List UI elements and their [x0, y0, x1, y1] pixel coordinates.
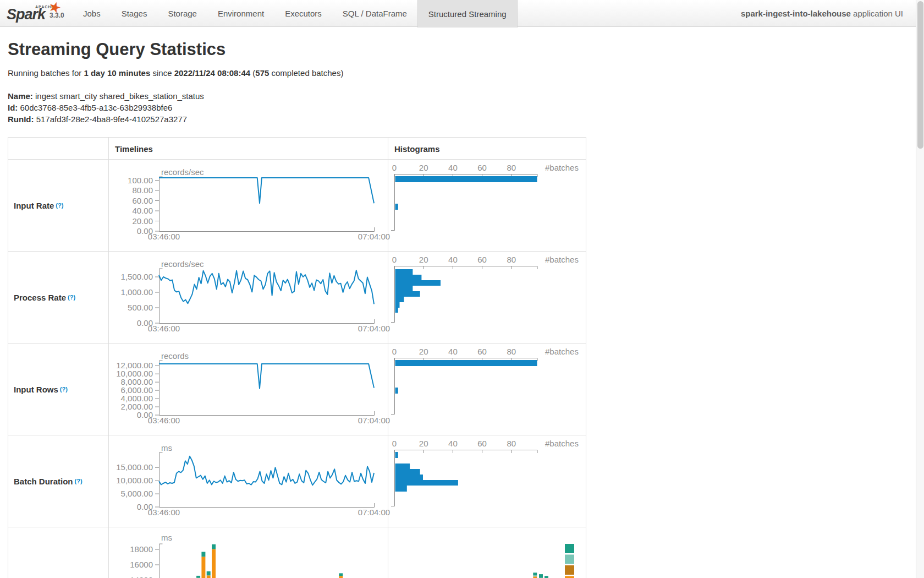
top-navbar: APACHE Spark ★ 3.3.0 Jobs Stages Storage… [0, 0, 924, 27]
svg-text:#batches: #batches [545, 439, 579, 448]
id-value: 60dc3768-85e3-4fb5-a13c-63b29938bfe6 [18, 103, 172, 112]
svg-text:60: 60 [477, 347, 487, 356]
legend-swatch-teal [565, 544, 574, 553]
svg-text:03:46:00: 03:46:00 [148, 232, 180, 241]
query-runid-line: RunId: 517afd3f-28e2-4ba8-9fe4-4102527a3… [8, 113, 204, 125]
nav-tabs: Jobs Stages Storage Environment Executor… [73, 0, 518, 26]
name-label: Name: [8, 91, 33, 101]
tab-executors[interactable]: Executors [274, 0, 332, 26]
completed-batches-count: 575 [255, 68, 269, 78]
svg-text:20: 20 [419, 439, 428, 448]
svg-text:ms: ms [161, 443, 172, 452]
input-rate-charts: records/sec100.0080.0060.0040.0020.000.0… [8, 160, 586, 252]
tab-environment[interactable]: Environment [207, 0, 274, 26]
running-text: completed batches) [269, 68, 343, 78]
svg-text:07:04:00: 07:04:00 [358, 508, 390, 517]
running-since: 2022/11/24 08:08:44 [174, 68, 250, 78]
batch-duration-row: Batch Duration(?) ms15,000.0010,000.005,… [8, 435, 586, 527]
id-label: Id: [8, 103, 18, 112]
tab-structured-streaming[interactable]: Structured Streaming [417, 0, 518, 28]
scrollbar-thumb[interactable] [917, 1, 923, 149]
page-title: Streaming Query Statistics [8, 40, 226, 59]
running-duration: 1 day 10 minutes [84, 68, 150, 78]
svg-text:0: 0 [392, 163, 397, 172]
svg-text:80: 80 [507, 439, 516, 448]
spark-logo[interactable]: APACHE Spark ★ 3.3.0 [0, 0, 73, 26]
svg-text:03:46:00: 03:46:00 [148, 324, 180, 333]
input-rows-row: Input Rows(?) records12,000.0010,000.008… [8, 343, 586, 435]
svg-text:60: 60 [477, 255, 487, 264]
runid-label: RunId: [8, 114, 34, 124]
running-text: Running batches for [8, 68, 84, 78]
svg-text:40: 40 [448, 347, 458, 356]
svg-text:records: records [161, 351, 189, 361]
tab-sql-dataframe[interactable]: SQL / DataFrame [332, 0, 417, 26]
running-text: ( [250, 68, 255, 78]
svg-text:500.00: 500.00 [128, 303, 153, 312]
svg-text:#batches: #batches [545, 163, 579, 172]
svg-text:#batches: #batches [545, 347, 579, 356]
svg-text:#batches: #batches [545, 255, 579, 264]
legend-swatch-seafoam [565, 555, 574, 564]
svg-text:03:46:00: 03:46:00 [148, 416, 180, 425]
operation-duration-row: ms180001600014000 [8, 527, 586, 578]
app-title: spark-ingest-into-lakehouse application … [741, 0, 924, 26]
svg-text:20: 20 [419, 163, 428, 172]
svg-text:80: 80 [507, 347, 516, 356]
legend-swatch-orange [565, 576, 574, 578]
tab-jobs[interactable]: Jobs [73, 0, 111, 26]
svg-text:60: 60 [477, 163, 487, 172]
histograms-header: Histograms [394, 138, 440, 160]
spark-ui-page: APACHE Spark ★ 3.3.0 Jobs Stages Storage… [0, 0, 924, 578]
svg-text:16000: 16000 [130, 560, 153, 569]
svg-text:records/sec: records/sec [161, 259, 204, 269]
svg-text:1,000.00: 1,000.00 [121, 287, 153, 297]
query-name-line: Name: ingest smart_city shared_bikes_sta… [8, 90, 204, 102]
svg-text:80.00: 80.00 [132, 186, 153, 195]
operation-duration-charts: ms180001600014000 [8, 527, 586, 578]
svg-text:40.00: 40.00 [132, 206, 153, 215]
svg-text:100.00: 100.00 [128, 176, 153, 185]
timelines-header: Timelines [115, 138, 153, 160]
svg-text:records/sec: records/sec [161, 167, 204, 177]
svg-text:15,000.00: 15,000.00 [116, 462, 153, 472]
app-title-suffix: application UI [851, 9, 903, 18]
svg-text:40: 40 [448, 255, 458, 264]
statistics-table: Timelines Histograms Input Rate(?) recor… [8, 137, 586, 578]
svg-text:10,000.00: 10,000.00 [116, 476, 153, 485]
svg-text:40: 40 [448, 163, 458, 172]
table-header-row: Timelines Histograms [8, 138, 586, 160]
svg-text:20: 20 [419, 347, 428, 356]
svg-text:60.00: 60.00 [132, 196, 153, 205]
process-rate-charts: records/sec1,500.001,000.00500.000.0003:… [8, 252, 586, 343]
input-rate-row: Input Rate(?) records/sec100.0080.0060.0… [8, 160, 586, 252]
name-value: ingest smart_city shared_bikes_station_s… [33, 91, 204, 101]
svg-text:18000: 18000 [130, 544, 153, 554]
app-name: spark-ingest-into-lakehouse [741, 9, 851, 18]
svg-text:07:04:00: 07:04:00 [358, 232, 390, 241]
input-rows-charts: records12,000.0010,000.008,000.006,000.0… [8, 343, 586, 435]
tab-storage[interactable]: Storage [157, 0, 207, 26]
svg-text:20: 20 [419, 255, 428, 264]
svg-text:03:46:00: 03:46:00 [148, 508, 180, 517]
svg-text:40: 40 [448, 439, 458, 448]
process-rate-row: Process Rate(?) records/sec1,500.001,000… [8, 252, 586, 343]
svg-text:20.00: 20.00 [132, 216, 153, 226]
svg-text:14000: 14000 [130, 575, 153, 578]
vertical-scrollbar[interactable] [916, 0, 924, 578]
svg-text:0: 0 [392, 439, 397, 448]
svg-text:0: 0 [392, 255, 397, 264]
svg-text:80: 80 [507, 163, 516, 172]
tab-stages[interactable]: Stages [111, 0, 158, 26]
batch-duration-charts: ms15,000.0010,000.005,000.000.0003:46:00… [8, 435, 586, 527]
svg-text:1,500.00: 1,500.00 [121, 272, 153, 281]
svg-text:5,000.00: 5,000.00 [121, 489, 153, 498]
svg-text:60: 60 [477, 439, 487, 448]
running-batches-line: Running batches for 1 day 10 minutes sin… [8, 68, 343, 78]
query-meta: Name: ingest smart_city shared_bikes_sta… [8, 90, 204, 125]
running-text: since [150, 68, 174, 78]
svg-text:80: 80 [507, 255, 516, 264]
svg-text:07:04:00: 07:04:00 [358, 416, 390, 425]
legend-swatch-ochre [565, 565, 574, 575]
query-id-line: Id: 60dc3768-85e3-4fb5-a13c-63b29938bfe6 [8, 102, 204, 113]
